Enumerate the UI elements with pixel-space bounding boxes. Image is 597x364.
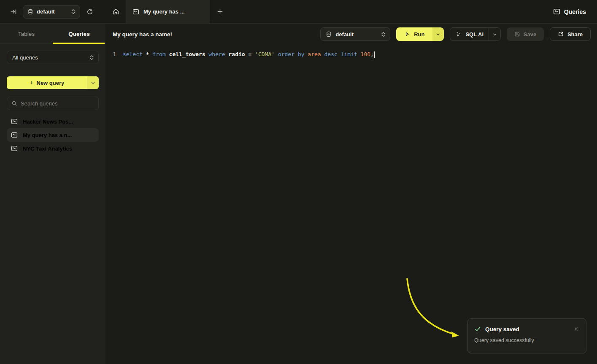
top-bar-left: default xyxy=(0,0,105,23)
search-queries-input[interactable] xyxy=(21,100,95,107)
sql-ai-dropdown[interactable] xyxy=(489,28,500,40)
save-button[interactable]: Save xyxy=(507,27,544,41)
sql-token: * xyxy=(146,51,149,57)
terminal-icon xyxy=(11,145,18,152)
run-database-value: default xyxy=(335,31,377,38)
plus-icon: + xyxy=(30,79,33,86)
share-button[interactable]: Share xyxy=(550,27,591,41)
toast-query-saved: Query saved Query saved successfully xyxy=(467,318,586,353)
sidebar: Tables Queries All queries + New query xyxy=(0,24,105,364)
box-arrow-icon xyxy=(558,31,564,37)
sidebar-tabs: Tables Queries xyxy=(0,24,105,44)
sql-token xyxy=(338,51,341,57)
database-icon xyxy=(27,9,33,15)
search-icon xyxy=(11,100,17,106)
active-tab-underline xyxy=(53,43,105,44)
save-label: Save xyxy=(524,31,536,38)
main-panel: My query has a name! default xyxy=(106,24,597,364)
tab-my-query[interactable]: My query has ... xyxy=(126,0,210,23)
sql-token xyxy=(294,51,298,57)
query-list: Hacker News Pos...My query has a n...NYC… xyxy=(0,115,105,155)
terminal-icon xyxy=(11,118,18,125)
sql-token: by xyxy=(298,51,305,57)
new-tab-plus-icon[interactable] xyxy=(210,0,230,23)
refresh-icon[interactable] xyxy=(84,6,95,17)
sql-token xyxy=(205,51,209,57)
chevrons-up-down-icon xyxy=(71,9,76,14)
sql-token: limit xyxy=(341,51,357,57)
toast-title: Query saved xyxy=(485,326,519,332)
query-filter-value: All queries xyxy=(12,54,89,61)
query-list-item[interactable]: Hacker News Pos... xyxy=(7,115,99,128)
chevron-down-icon xyxy=(492,32,497,37)
tab-tables-label: Tables xyxy=(18,31,35,37)
sql-token: order xyxy=(278,51,294,57)
sql-token xyxy=(275,51,278,57)
sql-token xyxy=(166,51,169,57)
share-label: Share xyxy=(567,31,583,38)
terminal-icon xyxy=(11,132,18,138)
query-controls: default Run xyxy=(320,27,591,41)
query-title: My query has a name! xyxy=(113,31,172,38)
database-selector[interactable]: default xyxy=(23,5,80,19)
sql-token: cell_towers xyxy=(169,51,205,57)
floppy-disk-icon xyxy=(514,31,520,37)
query-list-item[interactable]: NYC Taxi Analytics xyxy=(7,142,99,155)
sql-ai-split-button: SQL AI xyxy=(450,27,501,41)
queries-indicator[interactable]: Queries xyxy=(553,0,597,23)
new-query-dropdown[interactable] xyxy=(87,76,99,89)
tab-strip: My query has ... xyxy=(105,0,230,23)
run-label: Run xyxy=(414,31,424,38)
new-query-label: New query xyxy=(37,80,65,86)
new-query-split-button: + New query xyxy=(7,76,99,89)
sparkles-icon xyxy=(455,31,462,38)
database-selector-value: default xyxy=(37,8,68,15)
checkmark-icon xyxy=(474,326,481,332)
tab-label: My query has ... xyxy=(143,8,185,15)
run-button[interactable]: Run xyxy=(396,27,432,41)
collapse-sidebar-icon[interactable] xyxy=(8,7,19,17)
sql-token xyxy=(321,51,324,57)
top-bar: default xyxy=(0,0,597,24)
code-line: 1 select * from cell_towers where radio … xyxy=(106,50,597,59)
sql-token: ; xyxy=(370,51,374,57)
query-filter-select[interactable]: All queries xyxy=(7,51,99,64)
chevrons-up-down-icon xyxy=(89,55,94,60)
sql-token: area xyxy=(308,51,321,57)
run-dropdown[interactable] xyxy=(432,27,444,41)
search-queries-box xyxy=(7,97,99,110)
sql-token: radio xyxy=(228,51,245,57)
tab-queries-label: Queries xyxy=(68,31,89,37)
sql-token: from xyxy=(152,51,165,57)
sql-token xyxy=(251,51,255,57)
home-icon[interactable] xyxy=(105,0,126,23)
sidebar-tab-queries[interactable]: Queries xyxy=(53,24,105,43)
sql-editor[interactable]: 1 select * from cell_towers where radio … xyxy=(106,44,597,59)
text-cursor xyxy=(374,51,375,58)
sql-token: desc xyxy=(324,51,338,57)
query-item-label: My query has a n... xyxy=(23,132,72,138)
query-item-label: Hacker News Pos... xyxy=(23,119,73,125)
sql-token: 'CDMA' xyxy=(255,51,275,57)
query-item-label: NYC Taxi Analytics xyxy=(23,146,72,152)
queries-indicator-label: Queries xyxy=(564,8,586,15)
toast-header: Query saved xyxy=(474,325,580,333)
sidebar-tab-tables[interactable]: Tables xyxy=(0,24,53,43)
query-list-item[interactable]: My query has a n... xyxy=(7,128,99,142)
database-icon xyxy=(326,31,332,37)
sql-token xyxy=(357,51,361,57)
sql-token: 100 xyxy=(361,51,370,57)
close-icon[interactable] xyxy=(573,325,580,333)
chevrons-up-down-icon xyxy=(381,32,386,37)
new-query-button[interactable]: + New query xyxy=(7,76,87,89)
sql-token: select xyxy=(123,51,143,57)
sql-code: select * from cell_towers where radio = … xyxy=(123,50,374,59)
sql-ai-button[interactable]: SQL AI xyxy=(450,31,489,38)
toast-message: Query saved successfully xyxy=(474,337,580,343)
chevron-down-icon xyxy=(91,81,95,85)
terminal-icon xyxy=(132,8,139,15)
line-number: 1 xyxy=(106,50,116,59)
query-header: My query has a name! default xyxy=(106,24,597,44)
sql-token: where xyxy=(209,51,225,57)
run-database-selector[interactable]: default xyxy=(320,27,390,41)
